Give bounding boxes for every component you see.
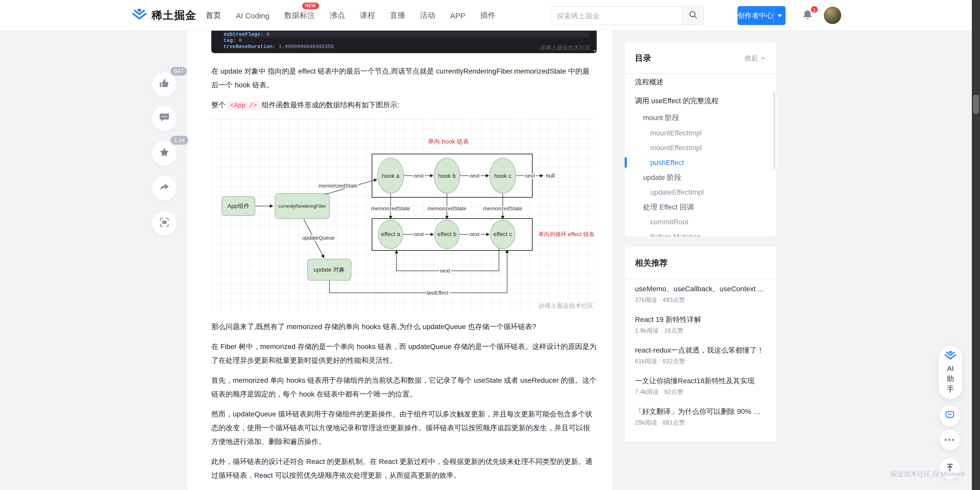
related-item[interactable]: react-redux一点就透，我这么笨都懂了！ 61k阅读 · 932点赞	[635, 345, 766, 366]
page-watermark: 掘金技术社区 @ Moment	[868, 469, 965, 479]
toc-item[interactable]: 流程概述	[625, 75, 776, 89]
chevron-up-icon	[760, 55, 766, 61]
toc-item[interactable]: mountEffectImpl	[625, 126, 776, 140]
search-box	[550, 6, 704, 25]
paragraph: 在 Fiber 树中，memorized 存储的是一个单向 hooks 链表，而…	[211, 340, 597, 367]
juejin-logo-icon	[132, 8, 147, 22]
chat-bubble-icon	[945, 410, 955, 422]
toc-list: 流程概述 调用 useEffect 的完整流程 mount 阶段 mountEf…	[625, 74, 776, 236]
paragraph: 在 update 对象中 指向的是 effect 链表中的最后一个节点,而该节点…	[211, 64, 597, 92]
related-item[interactable]: React 19 新特性详解 1.9k阅读 · 16点赞	[635, 314, 766, 335]
main-nav: 首页 AI Coding 数据标注 NEW 沸点 课程 直播 活动 APP 插件	[206, 0, 496, 31]
toc-item[interactable]: mount 阶段	[625, 110, 776, 124]
browser-scrollbar-thumb[interactable]	[973, 94, 979, 114]
diagram-node-effect-a: effect a	[381, 231, 400, 237]
creator-center-label: 创作者中心	[738, 11, 773, 20]
toc-collapse-button[interactable]: 收起	[745, 52, 766, 65]
diagram-label-next: next	[469, 231, 479, 237]
star-button[interactable]	[152, 141, 177, 166]
related-item[interactable]: 一文让你搞懂React18新特性及其实现 7.4k阅读 · 92点赞	[635, 375, 766, 396]
creator-dropdown-caret[interactable]	[773, 6, 786, 25]
ai-label: 助	[947, 373, 954, 384]
toc-item[interactable]: mountEffectImpl	[625, 140, 776, 155]
nav-item-home[interactable]: 首页	[206, 11, 221, 20]
diagram-label-memorizedstate: memorizedState	[428, 205, 466, 211]
diagram-label-next: next	[414, 173, 424, 179]
diagram-node-fiber: currentlyRenderingFiber	[278, 204, 326, 209]
paragraph: 首先，memorized 单向 hooks 链表用于存储组件的当前状态和数据，它…	[211, 373, 597, 401]
related-item[interactable]: useMemo、useCallback、useContext ... 27k阅读…	[635, 284, 766, 305]
ellipsis-icon: •••	[944, 437, 956, 442]
nav-item-app[interactable]: APP	[450, 11, 466, 20]
share-button[interactable]	[152, 176, 177, 200]
nav-item-courses[interactable]: 课程	[360, 11, 375, 20]
code-block: siblingnull stateNodenull subtreeFlags0 …	[211, 31, 597, 53]
related-item[interactable]: 「好文翻译」为什么你可以删除 90% 的... 29k阅读 · 881点赞	[635, 406, 766, 427]
code-line: tag0	[224, 38, 590, 44]
comment-button[interactable]	[152, 106, 177, 131]
inline-code-app: <App />	[227, 101, 260, 110]
diagram-label-updatequeue: updateQueue	[302, 235, 334, 241]
share-icon	[159, 181, 170, 195]
nav-item-data-annotation[interactable]: 数据标注 NEW	[284, 11, 315, 20]
diagram-watermark: @稀土掘金技术社区	[538, 302, 593, 309]
diagram-label-next: next	[469, 173, 479, 179]
diagram-node-effect-c: effect c	[493, 231, 512, 237]
diagram-node-app: App组件	[228, 203, 250, 209]
article-content: siblingnull stateNodenull subtreeFlags0 …	[187, 31, 612, 490]
feedback-button[interactable]	[940, 406, 960, 426]
toc-item[interactable]: Before Mutation	[625, 230, 776, 236]
ai-assistant-button[interactable]: AI 助 手	[939, 346, 962, 399]
related-title: 相关推荐	[635, 257, 668, 270]
search-icon	[688, 10, 698, 22]
code-line: subtreeFlags0	[224, 32, 590, 38]
paragraph: 然而，updateQueue 循环链表则用于存储组件的更新操作。由于组件可以多次…	[211, 407, 597, 449]
toc-item-active[interactable]: pushEffect	[625, 155, 776, 170]
diagram-label-memorizedstate: memorizedState	[319, 183, 358, 188]
like-button[interactable]	[152, 72, 177, 97]
star-icon	[159, 147, 170, 160]
nav-item-plugins[interactable]: 插件	[480, 11, 496, 20]
toc-item[interactable]: update 阶段	[625, 170, 776, 184]
paragraph: 整个<App />组件函数最终形成的数据结构有如下图所示:	[211, 98, 597, 113]
diagram-node-hook-b: hook b	[438, 172, 456, 179]
diagram-label-next: next	[440, 268, 450, 274]
user-avatar[interactable]	[824, 6, 841, 24]
more-actions-button[interactable]: •••	[940, 430, 960, 450]
thumbs-up-icon	[159, 78, 170, 91]
toc-item[interactable]: commitRoot	[625, 215, 776, 229]
nav-item-events[interactable]: 活动	[420, 11, 435, 20]
toc-active-indicator	[625, 157, 627, 168]
nav-item-ai-coding[interactable]: AI Coding	[236, 11, 269, 20]
hooks-diagram-image[interactable]: 单向 hook 链表 memorizedState memorizedState…	[211, 119, 597, 312]
toc-item[interactable]: 调用 useEffect 的完整流程	[625, 94, 776, 108]
ai-label: AI	[947, 363, 954, 373]
juejin-logo[interactable]: 稀土掘金	[132, 0, 197, 31]
notification-bell[interactable]: 1	[801, 9, 815, 22]
creator-center-button[interactable]: 创作者中心	[738, 6, 786, 25]
paragraph: 此外，循环链表的设计还符合 React 的更新机制。在 React 更新过程中，…	[211, 455, 597, 482]
diagram-label-next: next	[525, 173, 535, 179]
search-input[interactable]	[551, 6, 682, 24]
ai-label: 手	[947, 384, 954, 394]
capture-button[interactable]	[152, 211, 177, 236]
toc-panel: 目录 收起 流程概述 调用 useEffect 的完整流程 mount 阶段 m…	[625, 42, 776, 236]
code-expand-caret[interactable]: ▼	[593, 48, 596, 53]
nav-item-pins[interactable]: 沸点	[330, 11, 345, 20]
diagram-label-memorizedstate: memorizedState	[371, 205, 410, 211]
diagram-node-effect-b: effect b	[438, 231, 457, 237]
new-badge: NEW	[302, 2, 319, 9]
toc-item[interactable]: updateEffectImpl	[625, 185, 776, 199]
diagram-label-lasteffect: lastEffect	[426, 290, 449, 295]
diagram-label-null: null	[546, 172, 555, 179]
diagram-node-hook-a: hook a	[382, 172, 399, 179]
toc-item[interactable]: 处理 Effect 回调	[625, 200, 776, 214]
diagram-label-next: next	[414, 231, 424, 237]
toc-title: 目录	[635, 52, 651, 65]
star-count-badge: 1.1k	[170, 136, 188, 145]
logo-wordmark: 稀土掘金	[151, 8, 197, 22]
search-button[interactable]	[682, 6, 703, 24]
toc-scrollbar-thumb[interactable]	[773, 92, 775, 170]
nav-item-live[interactable]: 直播	[390, 11, 405, 20]
comment-icon	[159, 112, 170, 125]
